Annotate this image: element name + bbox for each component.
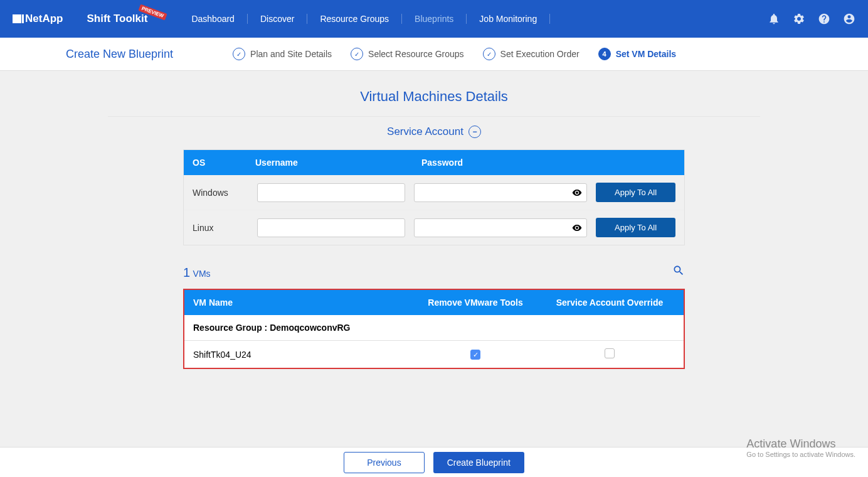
step-label: Select Resource Groups (368, 49, 464, 59)
vm-header-remove: Remove VMware Tools (406, 297, 544, 308)
divider (108, 116, 760, 117)
nav-blueprints[interactable]: Blueprints (402, 14, 467, 24)
sa-row-linux: LinuxApply To All (184, 210, 684, 245)
wizard-title: Create New Blueprint (66, 48, 173, 61)
brand-name: NetApp (25, 13, 63, 25)
service-account-table: OS Username Password WindowsApply To All… (183, 149, 685, 245)
apply-to-all-button-windows[interactable]: Apply To All (596, 183, 675, 202)
apply-to-all-button-linux[interactable]: Apply To All (596, 218, 675, 237)
vm-count-number: 1 (183, 265, 190, 279)
nav-resource-groups[interactable]: Resource Groups (307, 14, 402, 24)
step-1[interactable]: ✓Plan and Site Details (233, 48, 332, 60)
netapp-logo-icon (13, 14, 21, 23)
username-input-windows[interactable] (257, 183, 406, 202)
service-account-header[interactable]: Service Account − (387, 126, 481, 138)
vm-count: 1 VMs (183, 265, 211, 280)
username-input-linux[interactable] (257, 218, 406, 237)
sa-header-user: Username (255, 158, 421, 168)
app-name-label: Shift Toolkit (87, 13, 147, 24)
sa-header-pass: Password (421, 158, 675, 168)
nav-job-monitoring[interactable]: Job Monitoring (467, 14, 550, 24)
check-icon: ✓ (233, 48, 245, 60)
step-4[interactable]: 4Set VM Details (598, 48, 676, 60)
watermark-title: Activate Windows (746, 437, 855, 451)
eye-icon[interactable] (572, 223, 582, 233)
vm-name: ShiftTk04_U24 (193, 350, 406, 360)
watermark-sub: Go to Settings to activate Windows. (746, 451, 855, 458)
step-number-icon: 4 (598, 48, 611, 60)
sa-os-label: Windows (193, 188, 248, 198)
check-icon: ✓ (483, 48, 495, 60)
user-icon[interactable] (843, 13, 855, 25)
previous-button[interactable]: Previous (344, 452, 424, 473)
vm-header-override: Service Account Override (544, 297, 675, 308)
step-3[interactable]: ✓Set Execution Order (483, 48, 580, 60)
check-icon: ✓ (351, 48, 363, 60)
vm-header-name: VM Name (193, 297, 406, 308)
vm-table: VM Name Remove VMware Tools Service Acco… (183, 289, 685, 369)
password-input-linux[interactable] (414, 218, 587, 237)
remove-vmware-tools-checkbox[interactable]: ✓ (470, 350, 480, 360)
step-label: Set VM Details (616, 49, 676, 59)
sa-header-os: OS (193, 158, 255, 168)
nav-discover[interactable]: Discover (248, 14, 307, 24)
step-2[interactable]: ✓Select Resource Groups (351, 48, 464, 60)
eye-icon[interactable] (572, 188, 582, 198)
gear-icon[interactable] (793, 13, 805, 25)
sa-os-label: Linux (193, 223, 248, 233)
step-label: Plan and Site Details (250, 49, 332, 59)
section-title: Virtual Machines Details (360, 88, 508, 105)
collapse-icon[interactable]: − (468, 126, 481, 138)
sa-row-windows: WindowsApply To All (184, 175, 684, 210)
nav-dashboard[interactable]: Dashboard (179, 14, 248, 24)
vm-count-label: VMs (193, 269, 211, 279)
service-account-override-checkbox[interactable] (605, 348, 615, 358)
create-blueprint-button[interactable]: Create Blueprint (433, 452, 524, 473)
password-input-windows[interactable] (414, 183, 587, 202)
help-icon[interactable] (818, 13, 830, 25)
brand-logo: NetApp (13, 13, 63, 25)
step-label: Set Execution Order (500, 49, 580, 59)
vm-row: ShiftTk04_U24✓ (184, 341, 684, 368)
resource-group-row: Resource Group : DemoqcowconvRG (184, 315, 684, 341)
bell-icon[interactable] (768, 13, 780, 25)
app-name: Shift Toolkit PREVIEW (87, 13, 147, 25)
search-icon[interactable] (672, 264, 685, 277)
windows-watermark: Activate Windows Go to Settings to activ… (746, 437, 855, 458)
service-account-label: Service Account (387, 126, 463, 138)
